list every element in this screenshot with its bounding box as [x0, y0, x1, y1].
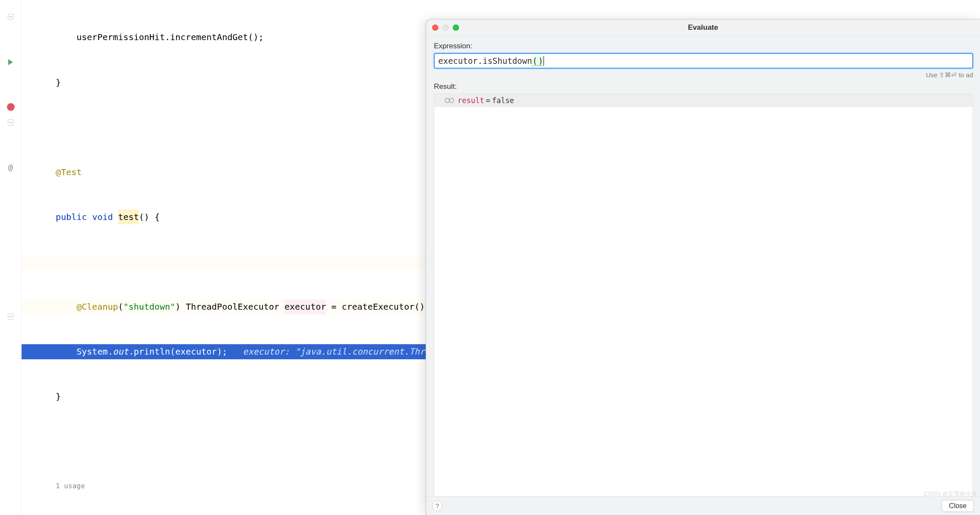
breakpoint-icon[interactable] [6, 103, 15, 111]
editor-gutter: @ [0, 0, 22, 515]
code-text: .out. [108, 344, 134, 359]
code-text: } [56, 389, 61, 404]
method-name: test [118, 210, 139, 225]
text-caret [544, 56, 544, 66]
result-tree[interactable]: result = false [434, 94, 973, 512]
tip-keys: ⇧⌘⏎ [939, 71, 957, 79]
watch-icon [445, 98, 454, 103]
dialog-title: Evaluate [426, 23, 980, 32]
code-text: println [134, 344, 170, 359]
expression-label: Expression: [434, 42, 973, 50]
shortcut-tip: Use ⇧⌘⏎ to ad [434, 71, 973, 79]
fold-marker[interactable] [6, 118, 15, 127]
expression-input[interactable]: executor.isShutdown() [434, 53, 973, 69]
code-text: } [56, 75, 61, 90]
tip-text: Use [926, 71, 939, 79]
fold-marker[interactable] [6, 312, 15, 321]
code-text: System [76, 344, 107, 359]
var-executor: executor [285, 299, 326, 314]
help-button[interactable]: ? [432, 501, 443, 511]
result-name: result [458, 96, 484, 105]
keyword: public [56, 210, 87, 225]
watermark: CSDN @王带林中挂 [924, 490, 977, 498]
type: ThreadPoolExecutor [186, 299, 279, 314]
keyword: void [92, 210, 113, 225]
close-button[interactable]: Close [942, 500, 974, 512]
dialog-body: Expression: executor.isShutdown() Use ⇧⌘… [426, 36, 980, 515]
string: "shutdown" [123, 299, 175, 314]
result-label: Result: [434, 82, 973, 91]
code-text: = [326, 299, 341, 314]
result-row[interactable]: result = false [434, 94, 973, 107]
usages-hint[interactable]: 1 usage [56, 479, 85, 494]
dialog-title-bar[interactable]: Evaluate [426, 19, 980, 36]
annotation-gutter-icon[interactable]: @ [6, 163, 15, 171]
svg-point-1 [449, 98, 454, 103]
result-value: false [492, 96, 514, 105]
evaluate-dialog: Evaluate Expression: executor.isShutdown… [426, 19, 980, 515]
dialog-footer: ? Close [426, 496, 980, 515]
minimize-icon [443, 25, 449, 31]
code-text: userPermissionHit.incrementAndGet(); [76, 30, 263, 45]
result-eq: = [484, 96, 492, 105]
annotation-test: @Test [56, 165, 82, 180]
tip-text: to ad [957, 71, 973, 79]
svg-point-0 [445, 98, 449, 103]
method-call: createExecutor(); [341, 299, 430, 314]
code-text: (executor); [170, 344, 227, 359]
debug-inlay: executor: "java.util.concurrent.Thread [243, 344, 441, 359]
fold-marker[interactable] [6, 13, 15, 21]
window-controls[interactable] [432, 25, 459, 31]
run-test-icon[interactable] [6, 58, 15, 66]
annotation-cleanup: @Cleanup [76, 299, 118, 314]
code-text: () { [139, 210, 160, 225]
close-icon[interactable] [432, 25, 438, 31]
zoom-icon[interactable] [453, 25, 459, 31]
